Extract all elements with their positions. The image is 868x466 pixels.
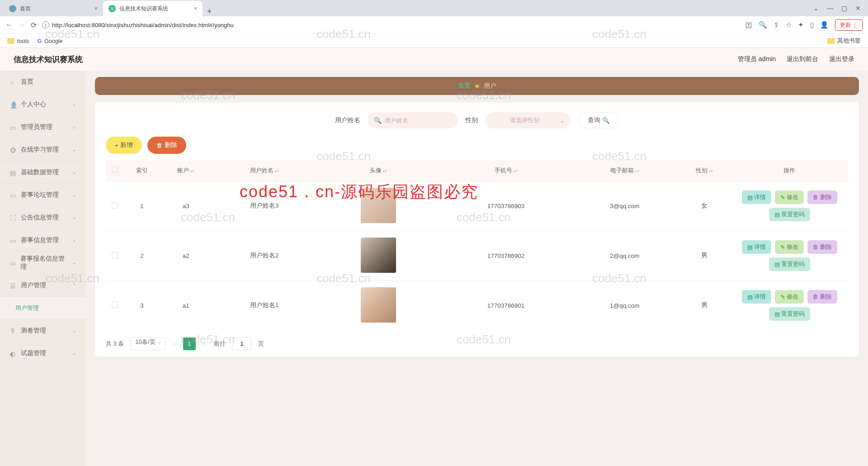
sidebar-item-admin[interactable]: ▭管理员管理⌄ (0, 116, 86, 138)
delete-row-button[interactable]: 🗑删除 (807, 190, 837, 204)
reset-password-button[interactable]: ▤重置密码 (769, 307, 810, 321)
pencil-icon: ✎ (780, 244, 785, 251)
row-checkbox[interactable] (112, 302, 118, 308)
sidebar-item-question[interactable]: ◐试题管理⌄ (0, 342, 86, 365)
tab-close-icon[interactable]: × (94, 5, 98, 12)
minimize-icon[interactable]: — (827, 5, 833, 12)
sidebar-item-event[interactable]: ▭赛事信息管理⌄ (0, 229, 86, 252)
sidebar-item-user-mgmt[interactable]: ☰用户管理⌃ (0, 274, 86, 297)
quiz-icon: 🎙 (10, 328, 16, 334)
col-name[interactable]: 用户姓名▴▾ (212, 160, 316, 181)
col-gender[interactable]: 性别▴▾ (678, 160, 731, 181)
delete-row-button[interactable]: 🗑删除 (807, 240, 837, 254)
sidebar-item-signup[interactable]: ▭赛事报名信息管理⌄ (0, 252, 86, 274)
sidebar-item-notice[interactable]: ⛶公告信息管理⌄ (0, 206, 86, 229)
chevron-down-icon[interactable]: ⌄ (813, 5, 819, 12)
sidebar-item-study[interactable]: ⏻在线学习管理⌄ (0, 138, 86, 161)
col-index[interactable]: 索引 (124, 160, 160, 181)
col-account[interactable]: 账户▴▾ (160, 160, 212, 181)
select-all-checkbox[interactable] (112, 166, 118, 173)
cell-email: 3@qq.com (571, 181, 678, 231)
to-front-button[interactable]: 退出到前台 (787, 55, 818, 63)
content-card: 用户姓名 🔍 性别 请选择性别 查询 🔍 +新增 🗑删除 索引 账户▴▾ 用 (95, 102, 859, 357)
folder-icon (7, 38, 14, 44)
tab-close-icon[interactable]: × (194, 5, 197, 12)
google-icon: G (37, 38, 42, 44)
doc-icon: ▤ (747, 294, 753, 300)
update-button[interactable]: 更新 ⋮ (835, 19, 863, 31)
search-gender-select[interactable]: 请选择性别 (485, 112, 571, 128)
current-user[interactable]: 管理员 admin (738, 55, 776, 63)
sidebar-item-home[interactable]: ⌂首页 (0, 71, 86, 93)
admin-icon: ▭ (10, 124, 16, 130)
maximize-icon[interactable]: ▢ (841, 5, 847, 12)
site-info-icon[interactable]: i (42, 21, 49, 29)
browser-tab-1[interactable]: V 信息技术知识赛系统 × (103, 1, 203, 16)
share-icon[interactable]: ⇪ (774, 21, 779, 29)
panel-icon[interactable]: ▯ (810, 21, 814, 29)
close-window-icon[interactable]: ✕ (855, 5, 861, 12)
sidebar-item-basedata[interactable]: ▤基础数据管理⌄ (0, 161, 86, 184)
cell-phone: 17703786902 (441, 231, 571, 281)
delete-row-button[interactable]: 🗑删除 (807, 290, 837, 304)
new-tab-button[interactable]: + (203, 7, 217, 16)
goto-page-input[interactable] (232, 338, 252, 350)
key-icon[interactable]: ⚿ (745, 21, 752, 29)
edit-button[interactable]: ✎修改 (775, 290, 804, 304)
chevron-down-icon: ⌄ (72, 170, 76, 175)
detail-button[interactable]: ▤详情 (742, 290, 771, 304)
sidebar-item-personal[interactable]: 👤个人中心⌄ (0, 93, 86, 116)
chevron-down-icon: ⌄ (72, 147, 76, 152)
breadcrumb-current: 用户 (484, 82, 496, 90)
bookmark-tools[interactable]: tools (7, 38, 29, 44)
logout-button[interactable]: 退出登录 (829, 55, 854, 63)
reset-password-button[interactable]: ▤重置密码 (769, 257, 810, 271)
bookmark-other[interactable]: 其他书签 (827, 37, 861, 45)
cell-account: a3 (160, 181, 212, 231)
profile-icon[interactable]: 👤 (820, 21, 829, 29)
user-icon: 👤 (10, 101, 16, 108)
sort-icon: ▴▾ (274, 170, 279, 172)
add-button[interactable]: +新增 (106, 137, 142, 154)
bookmark-star-icon[interactable]: ☆ (786, 21, 792, 29)
sidebar-item-forum[interactable]: ▭赛事论坛管理⌄ (0, 184, 86, 206)
url-box[interactable]: i http://localhost:8080/xinxijishuzhishi… (42, 21, 740, 29)
search-gender-label: 性别 (465, 116, 478, 124)
detail-button[interactable]: ▤详情 (742, 190, 771, 204)
table-header-row: 索引 账户▴▾ 用户姓名▴▾ 头像▴▾ 手机号▴▾ 电子邮箱▴▾ 性别▴▾ 操作 (106, 160, 848, 181)
back-icon[interactable]: ← (5, 21, 13, 29)
col-avatar[interactable]: 头像▴▾ (316, 160, 441, 181)
reset-password-button[interactable]: ▤重置密码 (769, 208, 810, 221)
bookmark-google[interactable]: GGoogle (37, 38, 62, 44)
page-size-select[interactable]: 10条/页 (130, 338, 165, 350)
table-row: 3 a1 用户姓名1 17703786901 1@qq.com 男 ▤详情 ✎修… (106, 281, 848, 330)
reload-icon[interactable]: ⟳ (31, 21, 37, 29)
sidebar-item-user-mgmt-sub[interactable]: 用户管理 (0, 297, 86, 319)
prev-page-icon[interactable]: ‹ (171, 340, 177, 347)
query-button[interactable]: 查询 🔍 (578, 112, 619, 128)
extensions-icon[interactable]: ✦ (798, 21, 804, 29)
row-checkbox[interactable] (112, 202, 118, 209)
sort-icon: ▴▾ (708, 170, 713, 172)
next-page-icon[interactable]: › (202, 340, 208, 347)
edit-button[interactable]: ✎修改 (775, 240, 804, 254)
delete-button[interactable]: 🗑删除 (147, 137, 186, 154)
row-checkbox[interactable] (112, 252, 118, 258)
chevron-down-icon: ⌄ (72, 215, 76, 220)
search-name-label: 用户姓名 (335, 116, 360, 124)
edit-button[interactable]: ✎修改 (775, 190, 804, 204)
zoom-icon[interactable]: 🔍 (759, 21, 767, 29)
sidebar-item-quiz[interactable]: 🎙测卷管理⌄ (0, 319, 86, 342)
menu-icon: ☰ (10, 282, 16, 289)
col-phone[interactable]: 手机号▴▾ (441, 160, 571, 181)
col-email[interactable]: 电子邮箱▴▾ (571, 160, 678, 181)
cell-index: 3 (124, 281, 160, 330)
breadcrumb-home[interactable]: 首页 (458, 82, 471, 90)
search-icon: 🔍 (374, 117, 382, 124)
detail-button[interactable]: ▤详情 (742, 240, 771, 254)
url-text: http://localhost:8080/xinxijishuzhishisa… (52, 22, 234, 29)
forward-icon[interactable]: → (18, 21, 25, 29)
page-number-current[interactable]: 1 (183, 338, 196, 350)
browser-tab-0[interactable]: 🌐 首页 × (4, 1, 103, 16)
action-row: +新增 🗑删除 (106, 137, 848, 154)
